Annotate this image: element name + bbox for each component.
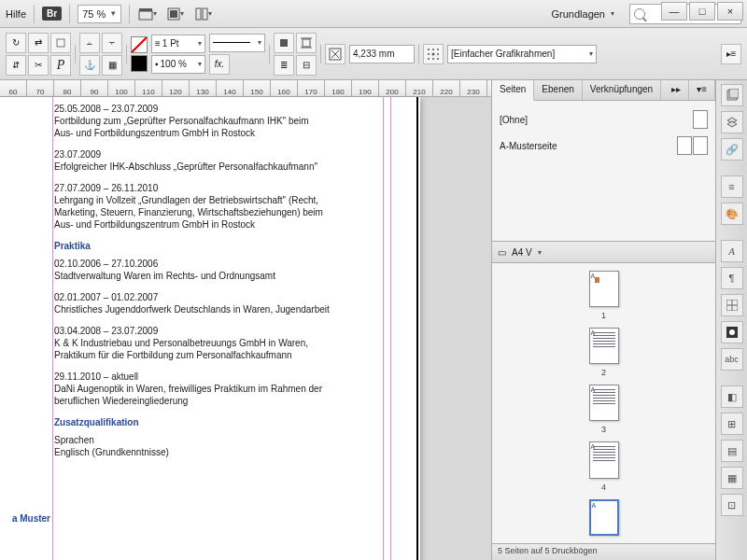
- page-number: 2: [601, 368, 606, 377]
- main-area: 6070809010011012013014015016017018019020…: [0, 80, 747, 560]
- arrange-docs-button[interactable]: ▾: [193, 4, 214, 24]
- ruler-tick: 140: [217, 80, 244, 96]
- chevron-down-icon: ▾: [611, 9, 614, 18]
- misc-panel-icon[interactable]: ⊡: [721, 494, 743, 516]
- svg-point-19: [432, 58, 434, 60]
- ruler-tick: 150: [244, 80, 271, 96]
- panel-menu-icon[interactable]: ▸≡: [721, 44, 741, 64]
- svg-rect-8: [303, 39, 310, 47]
- svg-point-17: [437, 53, 439, 55]
- body-text: Aus- und Fortbildungszentrum GmbH in Ros…: [54, 127, 362, 139]
- text-wrap-around-icon[interactable]: [296, 33, 317, 53]
- page-thumb-1[interactable]: A: [589, 271, 619, 307]
- align-icon[interactable]: ⫠: [79, 33, 100, 53]
- crop-icon[interactable]: ✂: [28, 55, 49, 76]
- links-panel-icon[interactable]: 🔗: [721, 138, 743, 161]
- page-size-selector[interactable]: ▭ A4 V ▾: [492, 241, 715, 263]
- zoom-selector[interactable]: 75 % ▼: [78, 5, 121, 23]
- glyphs-panel-icon[interactable]: abc: [721, 348, 743, 371]
- screen-mode-button[interactable]: ▾: [165, 4, 186, 24]
- ruler-tick: 230: [460, 80, 487, 96]
- body-text: Stadtverwaltung Waren im Rechts- und Ord…: [54, 270, 362, 282]
- master-a-row[interactable]: A-Musterseite: [498, 133, 710, 159]
- body-text: 23.07.2009: [54, 148, 362, 161]
- group-icon[interactable]: ▦: [102, 55, 122, 76]
- text-wrap-none-icon[interactable]: [274, 33, 294, 53]
- character-panel-icon[interactable]: A: [721, 240, 743, 262]
- paragraph-panel-icon[interactable]: ¶: [721, 267, 743, 289]
- panel-tabs: Seiten Ebenen Verknüpfungen ▸▸ ▾≡: [492, 80, 715, 101]
- stroke-panel-icon[interactable]: ≡: [721, 175, 743, 198]
- stroke-weight-input[interactable]: ≡1 Pt▾: [151, 35, 205, 53]
- table-panel-icon[interactable]: [721, 294, 743, 316]
- bridge-button[interactable]: Br: [42, 7, 62, 21]
- master-thumb-icon: [693, 110, 708, 129]
- layers-panel-icon[interactable]: [721, 111, 743, 133]
- svg-point-12: [428, 49, 430, 50]
- svg-point-14: [437, 49, 439, 50]
- fill-swatch[interactable]: [131, 36, 148, 53]
- workspace-selector[interactable]: Grundlagen ▾: [544, 7, 623, 21]
- svg-point-18: [428, 58, 430, 60]
- panel-menu-icon[interactable]: ▾≡: [689, 80, 715, 100]
- body-text: DaNi Augenoptik in Waren, freiwilliges P…: [54, 383, 362, 395]
- masters-panel: [Ohne] A-Musterseite: [492, 101, 715, 241]
- chevron-down-icon: ▾: [538, 248, 542, 257]
- object-styles-icon[interactable]: ◧: [721, 385, 743, 408]
- chevron-down-icon: ▼: [109, 9, 117, 18]
- ruler-tick: 110: [135, 80, 162, 96]
- close-button[interactable]: ×: [717, 2, 743, 21]
- minimize-button[interactable]: —: [661, 2, 687, 21]
- tab-links[interactable]: Verknüpfungen: [583, 80, 661, 100]
- help-menu[interactable]: Hilfe: [6, 8, 26, 20]
- ruler-tick: 70: [27, 80, 54, 96]
- body-text: 02.10.2006 – 27.10.2006: [54, 258, 362, 270]
- reference-point-icon[interactable]: [423, 44, 444, 64]
- panel-collapse-icon[interactable]: ▸▸: [664, 80, 689, 100]
- effects-button[interactable]: fx.: [209, 54, 230, 75]
- anchor-icon[interactable]: ⚓: [79, 55, 100, 76]
- master-none-row[interactable]: [Ohne]: [498, 106, 710, 133]
- ruler-tick: 100: [108, 80, 135, 96]
- body-text: Englisch (Grundkenntnisse): [54, 446, 362, 458]
- rotate-icon[interactable]: ↻: [6, 33, 26, 53]
- placeholder-icon[interactable]: [50, 33, 71, 53]
- stroke-style-selector[interactable]: ▾: [209, 34, 265, 52]
- flip-v-icon[interactable]: ⇵: [6, 55, 26, 76]
- master-thumb-icon: [693, 136, 708, 155]
- opacity-input[interactable]: ▪100 %▾: [151, 55, 205, 74]
- table-styles-icon[interactable]: ▦: [721, 467, 743, 489]
- page-thumb-3[interactable]: A: [589, 385, 619, 421]
- view-options-button[interactable]: ▾: [137, 4, 158, 24]
- text-styles-icon[interactable]: ⊞: [721, 413, 743, 435]
- color-panel-icon[interactable]: 🎨: [721, 203, 743, 225]
- swatches-panel-icon[interactable]: [721, 321, 743, 343]
- page-number: 4: [601, 483, 606, 492]
- distribute-icon[interactable]: ⫟: [102, 33, 122, 53]
- page-thumb-5[interactable]: A: [589, 499, 619, 536]
- stroke-swatch[interactable]: [131, 55, 148, 72]
- flip-h-icon[interactable]: ⇄: [28, 33, 49, 53]
- paragraph-icon[interactable]: P: [50, 55, 71, 76]
- search-icon: [634, 8, 645, 20]
- ruler-tick: 120: [162, 80, 190, 96]
- document-area[interactable]: 6070809010011012013014015016017018019020…: [0, 80, 491, 560]
- body-text: Marketing, Steuern, Finanzierung, Wirtsc…: [54, 206, 362, 218]
- frame-fit-icon[interactable]: [325, 44, 345, 64]
- body-text: Lehrgang in Vollzeit „Grundlagen der Bet…: [54, 194, 362, 206]
- object-style-selector[interactable]: [Einfacher Grafikrahmen]▾: [447, 45, 597, 63]
- body-text: 29.11.2010 – aktuell: [54, 371, 362, 383]
- cell-styles-icon[interactable]: ▤: [721, 440, 743, 462]
- text-wrap-column-icon[interactable]: ⊟: [296, 55, 317, 76]
- ruler-tick: 190: [352, 80, 379, 96]
- svg-rect-4: [196, 8, 201, 20]
- tab-pages[interactable]: Seiten: [492, 80, 534, 101]
- frame-offset-input[interactable]: 4,233 mm: [349, 45, 415, 63]
- document-page[interactable]: 25.05.2008 – 23.07.2009 Fortbildung zum …: [0, 97, 420, 560]
- page-thumb-4[interactable]: A: [589, 441, 619, 478]
- text-wrap-jump-icon[interactable]: ≣: [274, 55, 294, 76]
- page-thumb-2[interactable]: A: [589, 328, 619, 364]
- pages-panel-icon[interactable]: [721, 84, 743, 106]
- maximize-button[interactable]: □: [689, 2, 715, 21]
- tab-layers[interactable]: Ebenen: [534, 80, 582, 100]
